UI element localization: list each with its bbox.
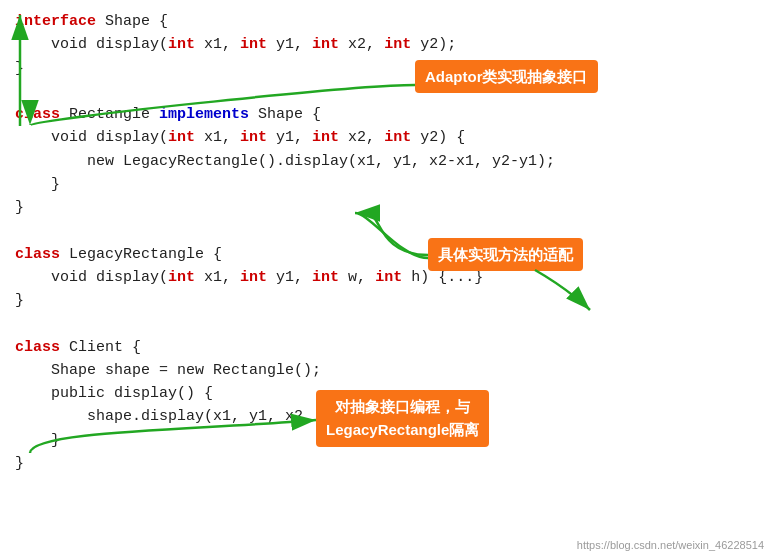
code-line-16: Shape shape = new Rectangle(); (15, 359, 757, 382)
code-line-2: void display(int x1, int y1, int x2, int… (15, 33, 757, 56)
bubble-method-adapt: 具体实现方法的适配 (428, 238, 583, 271)
code-line-3: } (15, 57, 757, 80)
code-line-6: void display(int x1, int y1, int x2, int… (15, 126, 757, 149)
code-line-1: interface Shape { (15, 10, 757, 33)
code-line-8: } (15, 173, 757, 196)
watermark: https://blog.csdn.net/weixin_46228514 (577, 539, 764, 551)
code-line-9: } (15, 196, 757, 219)
code-area: interface Shape { void display(int x1, i… (0, 0, 772, 559)
code-line-5: class Rectangle implements Shape { (15, 103, 757, 126)
code-line-7: new LegacyRectangle().display(x1, y1, x2… (15, 150, 757, 173)
code-line-blank3 (15, 312, 757, 335)
code-line-15: class Client { (15, 336, 757, 359)
bubble-adaptor: Adaptor类实现抽象接口 (415, 60, 598, 93)
code-line-blank1 (15, 80, 757, 103)
code-line-20: } (15, 452, 757, 475)
bubble-interface-prog: 对抽象接口编程，与LegacyRectangle隔离 (316, 390, 489, 447)
code-line-13: } (15, 289, 757, 312)
code-line-blank2 (15, 219, 757, 242)
code-line-12: void display(int x1, int y1, int w, int … (15, 266, 757, 289)
code-line-11: class LegacyRectangle { (15, 243, 757, 266)
